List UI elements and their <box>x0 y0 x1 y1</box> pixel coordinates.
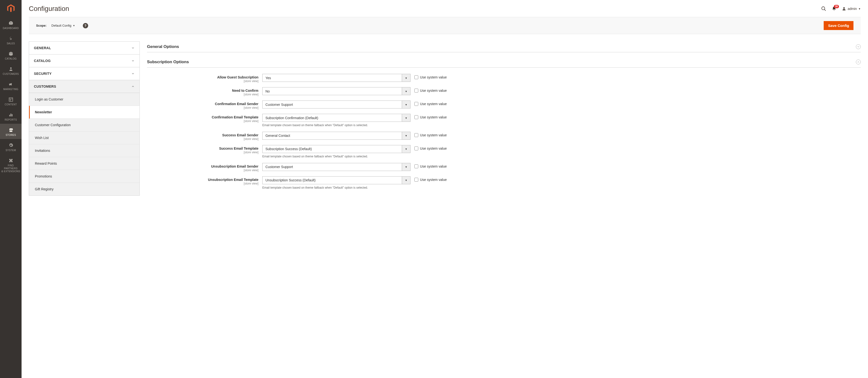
logo-wrap[interactable] <box>0 0 22 17</box>
unsub-template-select[interactable]: Unsubscription Success (Default)▼ <box>262 176 410 184</box>
svg-point-9 <box>843 7 845 9</box>
menu-catalog[interactable]: Catalog <box>0 48 22 63</box>
svg-rect-5 <box>10 114 11 117</box>
svg-point-7 <box>822 7 825 10</box>
collapse-icon <box>856 60 861 64</box>
scope-label: Scope: <box>36 24 46 27</box>
chevron-down-icon: ▼ <box>405 103 407 106</box>
svg-rect-1 <box>9 98 12 101</box>
unsub-template-use-system-checkbox[interactable] <box>414 178 418 182</box>
use-system-label[interactable]: Use system value <box>420 89 446 93</box>
box-icon <box>8 51 13 57</box>
svg-line-8 <box>825 9 826 11</box>
unsub-sender-select[interactable]: Customer Support▼ <box>262 163 410 171</box>
confirm-template-select[interactable]: Subscription Confirmation (Default)▼ <box>262 114 410 122</box>
menu-reports[interactable]: Reports <box>0 108 22 124</box>
svg-rect-6 <box>11 114 12 117</box>
config-tab-general[interactable]: General <box>29 42 140 55</box>
need-confirm-select[interactable]: No▼ <box>262 87 410 95</box>
success-sender-use-system-checkbox[interactable] <box>414 133 418 137</box>
chart-icon <box>8 112 13 118</box>
confirm-sender-select[interactable]: Customer Support▼ <box>262 100 410 108</box>
user-menu[interactable]: admin ▼ <box>842 6 861 11</box>
dollar-icon <box>8 35 13 42</box>
allow-guest-use-system-checkbox[interactable] <box>414 75 418 79</box>
use-system-label[interactable]: Use system value <box>420 164 446 168</box>
menu-system[interactable]: System <box>0 139 22 154</box>
subitem-wish-list[interactable]: Wish List <box>29 131 140 144</box>
megaphone-icon <box>8 81 13 87</box>
field-unsub-sender: Unsubscription Email Sender [store view]… <box>147 163 861 172</box>
success-template-use-system-checkbox[interactable] <box>414 147 418 150</box>
field-success-sender: Success Email Sender [store view] Genera… <box>147 132 861 141</box>
chevron-down-icon <box>131 46 135 50</box>
chevron-down-icon <box>131 59 135 62</box>
expand-icon <box>856 44 861 49</box>
help-icon[interactable]: ? <box>83 23 88 28</box>
chevron-down-icon: ▼ <box>405 148 407 150</box>
magento-logo-icon <box>6 4 16 13</box>
allow-guest-select[interactable]: Yes▼ <box>262 74 410 82</box>
chevron-down-icon: ▼ <box>858 7 861 10</box>
section-general-options[interactable]: General Options <box>147 41 861 52</box>
menu-partners[interactable]: Find Partners & Extensions <box>0 154 22 175</box>
config-content: General Options Subscription Options All… <box>147 41 861 194</box>
notification-badge: 38 <box>834 5 839 8</box>
use-system-label[interactable]: Use system value <box>420 147 446 150</box>
chevron-down-icon: ▼ <box>405 179 407 182</box>
field-need-confirm: Need to Confirm [store view] No▼ Use sys… <box>147 87 861 96</box>
section-subscription-options[interactable]: Subscription Options <box>147 57 861 68</box>
confirm-sender-use-system-checkbox[interactable] <box>414 102 418 106</box>
person-icon <box>9 66 13 72</box>
admin-menu: Dashboard Sales Catalog Customers Market… <box>0 0 22 203</box>
subitem-invitations[interactable]: Invitations <box>29 144 140 157</box>
use-system-label[interactable]: Use system value <box>420 102 446 106</box>
menu-stores[interactable]: Stores <box>0 124 22 139</box>
save-config-button[interactable]: Save Config <box>824 21 854 30</box>
need-confirm-use-system-checkbox[interactable] <box>414 89 418 93</box>
use-system-label[interactable]: Use system value <box>420 178 446 182</box>
config-tab-catalog[interactable]: Catalog <box>29 55 140 67</box>
scope-switcher[interactable]: Default Config ▼ <box>51 24 75 27</box>
menu-content[interactable]: Content <box>0 93 22 108</box>
config-tab-customers[interactable]: Customers <box>29 80 140 93</box>
config-tab-security[interactable]: Security <box>29 67 140 80</box>
chevron-up-icon <box>131 85 135 88</box>
subitem-gift-registry[interactable]: Gift Registry <box>29 183 140 195</box>
menu-sales[interactable]: Sales <box>0 32 22 48</box>
username: admin <box>848 7 857 11</box>
chevron-down-icon: ▼ <box>405 117 407 119</box>
subitem-reward-points[interactable]: Reward Points <box>29 157 140 170</box>
subitem-customer-configuration[interactable]: Customer Configuration <box>29 119 140 131</box>
menu-customers[interactable]: Customers <box>0 63 22 78</box>
field-note: Email template chosen based on theme fal… <box>262 155 410 159</box>
dashboard-icon <box>8 20 13 26</box>
use-system-label[interactable]: Use system value <box>420 133 446 137</box>
field-allow-guest: Allow Guest Subscription [store view] Ye… <box>147 74 861 83</box>
use-system-label[interactable]: Use system value <box>420 75 446 79</box>
svg-point-0 <box>10 67 11 69</box>
menu-dashboard[interactable]: Dashboard <box>0 17 22 32</box>
field-success-template: Success Email Template [store view] Subs… <box>147 145 861 159</box>
field-note: Email template chosen based on theme fal… <box>262 186 410 190</box>
chevron-down-icon: ▼ <box>73 25 75 27</box>
page-actions-bar: Scope: Default Config ▼ ? Save Config <box>29 17 861 34</box>
confirm-template-use-system-checkbox[interactable] <box>414 115 418 119</box>
success-template-select[interactable]: Subscription Success (Default)▼ <box>262 145 410 153</box>
subitem-promotions[interactable]: Promotions <box>29 170 140 183</box>
use-system-label[interactable]: Use system value <box>420 115 446 119</box>
layout-icon <box>8 96 13 103</box>
chevron-down-icon: ▼ <box>405 90 407 93</box>
chevron-down-icon: ▼ <box>405 166 407 168</box>
notifications-icon[interactable]: 38 <box>832 6 837 11</box>
menu-marketing[interactable]: Marketing <box>0 78 22 93</box>
unsub-sender-use-system-checkbox[interactable] <box>414 164 418 168</box>
search-icon[interactable] <box>821 6 826 11</box>
user-icon <box>842 6 846 11</box>
chevron-down-icon: ▼ <box>405 76 407 79</box>
field-confirm-sender: Confirmation Email Sender [store view] C… <box>147 100 861 109</box>
success-sender-select[interactable]: General Contact▼ <box>262 132 410 140</box>
chevron-down-icon: ▼ <box>405 134 407 137</box>
subitem-login-as-customer[interactable]: Login as Customer <box>29 93 140 106</box>
subitem-newsletter[interactable]: Newsletter <box>29 106 140 119</box>
